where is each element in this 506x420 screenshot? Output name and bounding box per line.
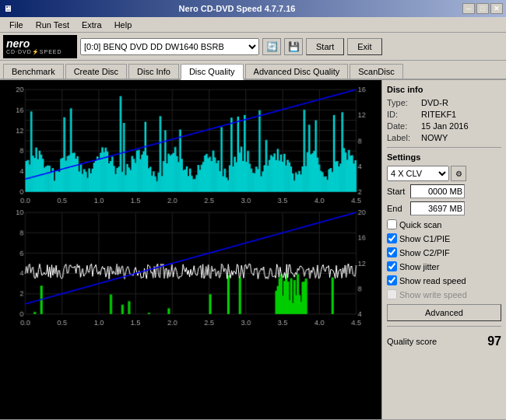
disc-id-label: ID: bbox=[387, 110, 418, 119]
end-row: End bbox=[387, 201, 501, 215]
window-controls: ─ □ ✕ bbox=[462, 3, 503, 14]
disc-label-label: Label: bbox=[387, 133, 418, 142]
show-jitter-label: Show jitter bbox=[399, 262, 439, 271]
end-input[interactable] bbox=[410, 201, 465, 215]
app-icon: 🖥 bbox=[3, 4, 12, 13]
tab-create-disc[interactable]: Create Disc bbox=[65, 64, 127, 79]
title-bar: 🖥 Nero CD-DVD Speed 4.7.7.16 ─ □ ✕ bbox=[0, 0, 506, 17]
toolbar: nero CD·DVD⚡SPEED [0:0] BENQ DVD DD DW16… bbox=[0, 33, 506, 61]
window-title: Nero CD-DVD Speed 4.7.7.16 bbox=[179, 4, 296, 13]
quick-scan-checkbox[interactable] bbox=[387, 219, 397, 229]
refresh-icon-button[interactable]: 🔄 bbox=[262, 38, 281, 55]
disc-type-row: Type: DVD-R bbox=[387, 98, 501, 107]
speed-select[interactable]: 4 X CLV bbox=[387, 166, 449, 181]
speed-setting-row: 4 X CLV ⚙ bbox=[387, 166, 501, 181]
nero-logo: nero CD·DVD⚡SPEED bbox=[3, 35, 77, 58]
show-read-speed-row: Show read speed bbox=[387, 275, 501, 285]
quick-scan-row: Quick scan bbox=[387, 219, 501, 229]
disc-date-row: Date: 15 Jan 2016 bbox=[387, 121, 501, 131]
disc-type-value: DVD-R bbox=[421, 98, 448, 107]
disc-label-value: NOWY bbox=[421, 133, 448, 142]
divider-2 bbox=[387, 326, 501, 327]
disc-label-row: Label: NOWY bbox=[387, 133, 501, 142]
quality-score-row: Quality score 97 bbox=[387, 334, 501, 348]
disc-id-value: RITEKF1 bbox=[421, 110, 456, 119]
end-label: End bbox=[387, 204, 409, 213]
show-c2pif-checkbox[interactable] bbox=[387, 247, 397, 257]
lower-chart bbox=[3, 206, 378, 329]
disc-type-label: Type: bbox=[387, 98, 418, 107]
drive-select[interactable]: [0:0] BENQ DVD DD DW1640 BSRB bbox=[80, 38, 259, 55]
show-c2pif-row: Show C2/PIF bbox=[387, 247, 501, 257]
save-icon-button[interactable]: 💾 bbox=[284, 38, 303, 55]
show-jitter-checkbox[interactable] bbox=[387, 261, 397, 271]
upper-chart bbox=[3, 83, 378, 206]
minimize-button[interactable]: ─ bbox=[462, 3, 475, 14]
quality-score-value: 97 bbox=[487, 334, 501, 348]
main-content: Disc info Type: DVD-R ID: RITEKF1 Date: … bbox=[0, 80, 506, 419]
show-write-speed-label: Show write speed bbox=[399, 290, 467, 299]
disc-info-title: Disc info bbox=[387, 85, 501, 94]
show-read-speed-checkbox[interactable] bbox=[387, 275, 397, 285]
start-label: Start bbox=[387, 187, 409, 196]
menu-help[interactable]: Help bbox=[108, 19, 139, 31]
show-write-speed-checkbox[interactable] bbox=[387, 289, 397, 299]
tab-disc-quality[interactable]: Disc Quality bbox=[181, 64, 244, 80]
maximize-button[interactable]: □ bbox=[476, 3, 489, 14]
nero-logo-text: nero bbox=[6, 38, 30, 49]
disc-date-label: Date: bbox=[387, 121, 418, 131]
menu-extra[interactable]: Extra bbox=[76, 19, 108, 31]
start-input[interactable] bbox=[410, 184, 465, 198]
show-read-speed-label: Show read speed bbox=[399, 276, 466, 285]
menu-run-test[interactable]: Run Test bbox=[30, 19, 76, 31]
exit-button[interactable]: Exit bbox=[347, 38, 381, 55]
start-row: Start bbox=[387, 184, 501, 198]
tab-advanced-disc-quality[interactable]: Advanced Disc Quality bbox=[245, 64, 349, 79]
show-c2pif-label: Show C2/PIF bbox=[399, 248, 450, 257]
nero-logo-sub: CD·DVD⚡SPEED bbox=[6, 49, 62, 55]
start-button[interactable]: Start bbox=[306, 38, 344, 55]
show-c1pie-row: Show C1/PIE bbox=[387, 233, 501, 243]
menu-file[interactable]: File bbox=[3, 19, 30, 31]
menu-bar: File Run Test Extra Help bbox=[0, 17, 506, 33]
tab-benchmark[interactable]: Benchmark bbox=[3, 64, 64, 79]
disc-id-row: ID: RITEKF1 bbox=[387, 110, 501, 119]
divider-1 bbox=[387, 147, 501, 148]
show-c1pie-checkbox[interactable] bbox=[387, 233, 397, 243]
chart-area bbox=[0, 80, 381, 419]
settings-title: Settings bbox=[387, 152, 501, 162]
quality-score-label: Quality score bbox=[387, 337, 437, 346]
settings-icon-button[interactable]: ⚙ bbox=[451, 166, 466, 181]
advanced-button[interactable]: Advanced bbox=[387, 304, 501, 321]
tab-disc-info[interactable]: Disc Info bbox=[128, 64, 179, 79]
right-panel: Disc info Type: DVD-R ID: RITEKF1 Date: … bbox=[381, 80, 506, 419]
disc-date-value: 15 Jan 2016 bbox=[421, 121, 469, 131]
tab-scan-disc[interactable]: ScanDisc bbox=[350, 64, 402, 79]
show-jitter-row: Show jitter bbox=[387, 261, 501, 271]
close-button[interactable]: ✕ bbox=[490, 3, 503, 14]
show-c1pie-label: Show C1/PIE bbox=[399, 234, 450, 243]
show-write-speed-row: Show write speed bbox=[387, 289, 501, 299]
tab-bar: Benchmark Create Disc Disc Info Disc Qua… bbox=[0, 61, 506, 80]
quick-scan-label: Quick scan bbox=[399, 220, 441, 229]
